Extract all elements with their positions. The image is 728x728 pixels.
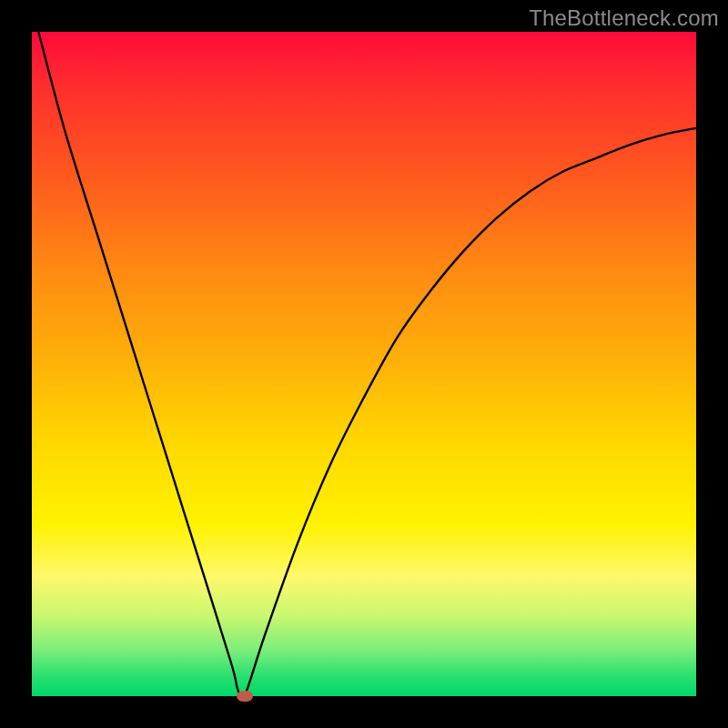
plot-area (32, 32, 696, 696)
bottleneck-min-marker (237, 691, 253, 702)
bottleneck-curve (32, 32, 696, 696)
watermark-text: TheBottleneck.com (529, 5, 719, 31)
chart-frame: TheBottleneck.com (0, 0, 728, 728)
